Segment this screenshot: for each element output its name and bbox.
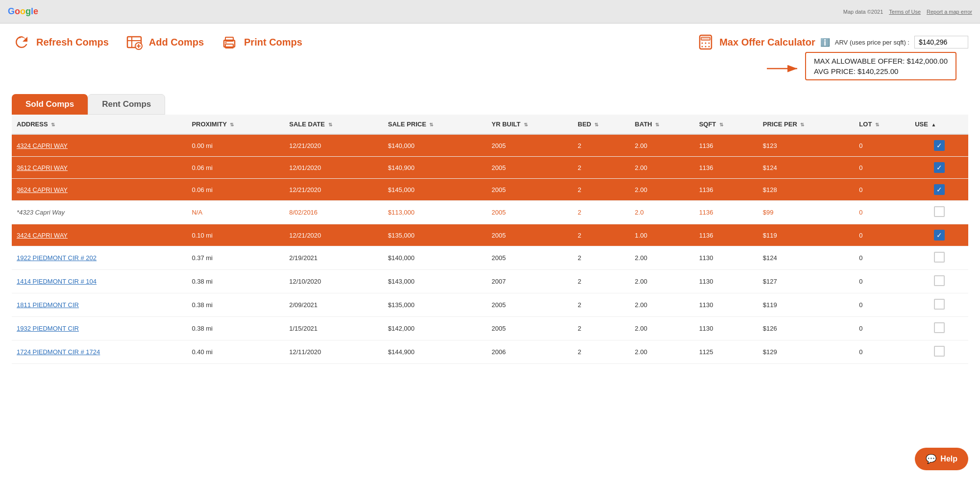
use-checkbox[interactable] — [934, 206, 945, 217]
header-sale-date[interactable]: SALE DATE ⇅ — [284, 115, 383, 134]
cell-saleDate: 8/02/2016 — [284, 201, 383, 224]
cell-salePrice: $140,000 — [383, 246, 487, 270]
header-use[interactable]: USE ▲ — [910, 115, 968, 134]
terms-of-use-link[interactable]: Terms of Use — [889, 9, 921, 15]
address-link[interactable]: 3624 CAPRI WAY — [17, 186, 68, 193]
cell-salePrice: $113,000 — [383, 201, 487, 224]
info-icon: ℹ️ — [820, 38, 830, 47]
header-proximity[interactable]: PROXIMITY ⇅ — [187, 115, 284, 134]
cell-use — [910, 246, 968, 270]
use-checkbox[interactable] — [934, 252, 945, 263]
address-link[interactable]: 1724 PIEDMONT CIR # 1724 — [17, 348, 100, 356]
header-bed[interactable]: BED ⇅ — [573, 115, 630, 134]
cell-sqft: 1136 — [694, 157, 758, 179]
use-checkbox[interactable] — [934, 299, 945, 310]
cell-saleDate: 2/19/2021 — [284, 246, 383, 270]
cell-bed: 2 — [573, 134, 630, 157]
address-link[interactable]: 1414 PIEDMONT CIR # 104 — [17, 278, 97, 285]
cell-address: 1922 PIEDMONT CIR # 202 — [12, 246, 187, 270]
header-sqft[interactable]: SQFT ⇅ — [694, 115, 758, 134]
address-link[interactable]: 1811 PIEDMONT CIR — [17, 301, 79, 309]
print-comps-button[interactable]: Print Comps — [220, 32, 302, 52]
add-comps-button[interactable]: Add Comps — [124, 32, 204, 52]
cell-address: 3424 CAPRI WAY — [12, 224, 187, 246]
use-checkbox[interactable]: ✓ — [934, 162, 945, 173]
cell-use — [910, 317, 968, 340]
cell-use: ✓ — [910, 134, 968, 157]
cell-pricePer: $127 — [758, 270, 855, 293]
use-checkbox[interactable]: ✓ — [934, 184, 945, 195]
add-comps-label: Add Comps — [149, 37, 204, 48]
cell-use — [910, 293, 968, 317]
report-map-error-link[interactable]: Report a map error — [927, 9, 972, 15]
cell-pricePer: $128 — [758, 179, 855, 201]
map-attribution: Map data ©2021 Terms of Use Report a map… — [843, 9, 972, 15]
cell-yrBuilt: 2005 — [487, 179, 573, 201]
use-checkbox[interactable] — [934, 322, 945, 333]
table-row: 1414 PIEDMONT CIR # 1040.38 mi12/10/2020… — [12, 270, 968, 293]
cell-yrBuilt: 2005 — [487, 293, 573, 317]
address-link[interactable]: 1922 PIEDMONT CIR # 202 — [17, 254, 97, 262]
cell-pricePer: $99 — [758, 201, 855, 224]
sold-comps-tab[interactable]: Sold Comps — [12, 94, 88, 115]
cell-lot: 0 — [854, 157, 910, 179]
cell-proximity: 0.06 mi — [187, 157, 284, 179]
arv-input[interactable] — [914, 36, 968, 48]
use-checkbox[interactable]: ✓ — [934, 140, 945, 151]
cell-bed: 2 — [573, 179, 630, 201]
cell-bed: 2 — [573, 201, 630, 224]
cell-address: 1724 PIEDMONT CIR # 1724 — [12, 340, 187, 364]
cell-proximity: 0.37 mi — [187, 246, 284, 270]
cell-sqft: 1136 — [694, 179, 758, 201]
cell-bed: 2 — [573, 317, 630, 340]
cell-salePrice: $140,900 — [383, 157, 487, 179]
cell-bath: 2.00 — [630, 340, 694, 364]
header-lot[interactable]: LOT ⇅ — [854, 115, 910, 134]
cell-bed: 2 — [573, 340, 630, 364]
cell-proximity: 0.38 mi — [187, 293, 284, 317]
address-link[interactable]: 1932 PIEDMONT CIR — [17, 325, 79, 332]
comps-table: ADDRESS ⇅ PROXIMITY ⇅ SALE DATE ⇅ SALE P… — [12, 115, 968, 364]
address-link[interactable]: 3612 CAPRI WAY — [17, 164, 68, 171]
cell-bath: 2.00 — [630, 270, 694, 293]
address-link[interactable]: 3424 CAPRI WAY — [17, 232, 68, 239]
cell-sqft: 1136 — [694, 201, 758, 224]
use-checkbox[interactable]: ✓ — [934, 230, 945, 241]
table-row: 1724 PIEDMONT CIR # 17240.40 mi12/11/202… — [12, 340, 968, 364]
address-link[interactable]: *4323 Capri Way — [17, 209, 65, 216]
table-row: 1922 PIEDMONT CIR # 2020.37 mi2/19/2021$… — [12, 246, 968, 270]
cell-lot: 0 — [854, 179, 910, 201]
cell-address: 1414 PIEDMONT CIR # 104 — [12, 270, 187, 293]
header-yr-built[interactable]: YR BUILT ⇅ — [487, 115, 573, 134]
header-sale-price[interactable]: SALE PRICE ⇅ — [383, 115, 487, 134]
calculator-icon — [696, 32, 715, 52]
max-offer-calculator-label: Max Offer Calculator — [719, 37, 815, 48]
cell-bath: 2.00 — [630, 246, 694, 270]
cell-lot: 0 — [854, 246, 910, 270]
cell-bath: 2.00 — [630, 157, 694, 179]
address-link[interactable]: 4324 CAPRI WAY — [17, 142, 68, 149]
use-checkbox[interactable] — [934, 275, 945, 286]
max-offer-calculator-button[interactable]: Max Offer Calculator — [696, 32, 815, 52]
header-address[interactable]: ADDRESS ⇅ — [12, 115, 187, 134]
arrow-and-box: MAX ALLOWABLE OFFER: $142,000.00 AVG PRI… — [767, 52, 968, 86]
header-bath[interactable]: BATH ⇅ — [630, 115, 694, 134]
table-header-row: ADDRESS ⇅ PROXIMITY ⇅ SALE DATE ⇅ SALE P… — [12, 115, 968, 134]
cell-lot: 0 — [854, 293, 910, 317]
refresh-comps-button[interactable]: Refresh Comps — [12, 32, 109, 52]
cell-proximity: 0.40 mi — [187, 340, 284, 364]
max-offer-section: Max Offer Calculator ℹ️ ARV (uses price … — [696, 32, 968, 52]
cell-saleDate: 1/15/2021 — [284, 317, 383, 340]
cell-yrBuilt: 2005 — [487, 134, 573, 157]
cell-lot: 0 — [854, 317, 910, 340]
cell-bath: 1.00 — [630, 224, 694, 246]
cell-proximity: 0.38 mi — [187, 270, 284, 293]
use-checkbox[interactable] — [934, 346, 945, 357]
header-price-per[interactable]: PRICE PER ⇅ — [758, 115, 855, 134]
avg-price-value: $140,225.00 — [858, 67, 898, 75]
cell-salePrice: $135,000 — [383, 293, 487, 317]
rent-comps-tab[interactable]: Rent Comps — [88, 94, 165, 115]
cell-saleDate: 12/21/2020 — [284, 224, 383, 246]
cell-bed: 2 — [573, 270, 630, 293]
cell-bath: 2.00 — [630, 317, 694, 340]
